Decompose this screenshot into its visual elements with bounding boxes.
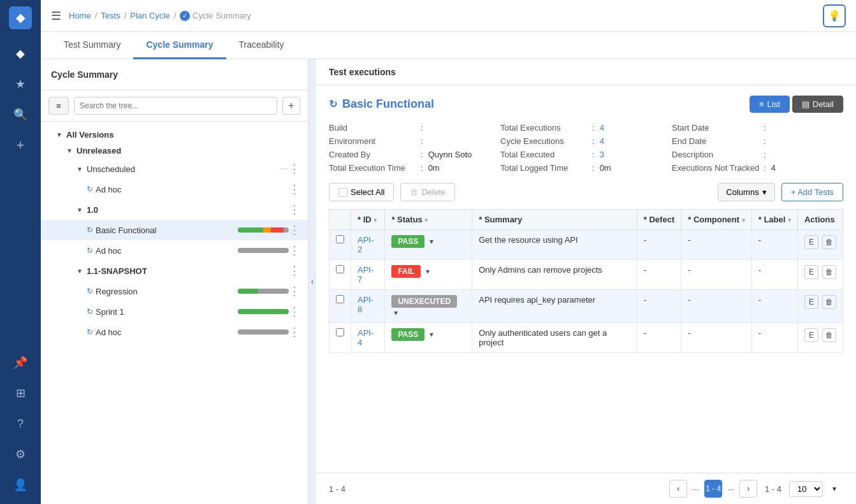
tab-traceability[interactable]: Traceability xyxy=(226,32,297,59)
breadcrumb-tests[interactable]: Tests xyxy=(101,11,120,20)
delete-row-icon[interactable]: 🗑 xyxy=(822,235,836,249)
nav-help-icon[interactable]: ? xyxy=(8,411,33,436)
nav-home-icon[interactable]: ◆ xyxy=(8,41,33,66)
select-all-button[interactable]: Select All xyxy=(329,183,394,201)
regression-menu-icon[interactable]: ⋮ xyxy=(289,284,300,298)
exec-not-tracked-label: Executions Not Tracked xyxy=(672,163,761,173)
test-executions-header: Test executions xyxy=(316,59,856,85)
detail-view-button[interactable]: ▤ Detail xyxy=(792,96,843,113)
adhoc-1-menu-icon[interactable]: ⋮ xyxy=(289,182,300,196)
add-button[interactable]: + xyxy=(282,97,300,115)
row-component-cell: - xyxy=(681,323,752,353)
per-page-select[interactable]: 10 25 50 xyxy=(789,481,823,497)
col-defect[interactable]: * Defect xyxy=(637,210,681,230)
tree-unreleased[interactable]: ▼ Unreleased xyxy=(41,143,308,159)
app-logo[interactable]: ◆ xyxy=(9,6,32,29)
v11-menu-icon[interactable]: ⋮ xyxy=(289,264,300,278)
v10-menu-icon[interactable]: ⋮ xyxy=(289,203,300,217)
cycle-icon-2: ↻ xyxy=(87,226,93,234)
cycle-icon-5: ↻ xyxy=(87,307,93,316)
edit-icon[interactable]: E xyxy=(804,295,818,309)
tree-v11[interactable]: ▼ 1.1-SNAPSHOT ⋮ xyxy=(41,261,308,281)
list-view-button[interactable]: ≡ xyxy=(48,97,69,115)
tree-regression[interactable]: ↻ Regression ⋮ xyxy=(41,281,308,301)
main-tabs: Test Summary Cycle Summary Traceability xyxy=(41,32,856,59)
breadcrumb-home[interactable]: Home xyxy=(69,11,91,20)
page-prev-btn[interactable]: ‹ xyxy=(669,480,687,498)
tab-test-summary[interactable]: Test Summary xyxy=(51,32,133,59)
col-component[interactable]: * Component ▾ xyxy=(681,210,752,230)
hamburger-icon[interactable]: ☰ xyxy=(51,9,61,23)
row-checkbox[interactable] xyxy=(336,265,344,273)
edit-icon[interactable]: E xyxy=(804,235,818,249)
nav-bar: ◆ ◆ ★ 🔍 + 📌 ⊞ ? ⚙ 👤 xyxy=(0,0,41,504)
search-input[interactable] xyxy=(74,97,277,115)
page-current-btn[interactable]: 1 - 4 xyxy=(704,480,722,498)
table-row: API-7 FAIL ▾ Only Admins can remove proj… xyxy=(330,260,843,290)
api-link[interactable]: API-2 xyxy=(358,235,374,254)
bulb-button[interactable]: 💡 xyxy=(823,4,846,27)
add-tests-button[interactable]: + Add Tests xyxy=(781,183,843,201)
adhoc-3-menu-icon[interactable]: ⋮ xyxy=(289,325,300,339)
col-checkbox xyxy=(330,210,351,230)
api-link[interactable]: API-8 xyxy=(358,295,374,314)
delete-row-icon[interactable]: 🗑 xyxy=(822,265,836,279)
row-component-cell: - xyxy=(681,230,752,260)
row-checkbox[interactable] xyxy=(336,328,344,336)
delete-button[interactable]: 🗑 Delete xyxy=(400,183,455,201)
col-status[interactable]: * Status ▾ xyxy=(385,210,472,230)
meta-build: Build : xyxy=(329,123,500,133)
nav-user-icon[interactable]: 👤 xyxy=(8,472,33,498)
row-defect-cell: - xyxy=(637,290,681,323)
tree-all-versions[interactable]: ▼ All Versions xyxy=(41,127,308,143)
status-dropdown-icon[interactable]: ▾ xyxy=(394,308,398,317)
basic-functional-menu-icon[interactable]: ⋮ xyxy=(289,223,300,237)
delete-row-icon[interactable]: 🗑 xyxy=(822,328,836,342)
tab-cycle-summary[interactable]: Cycle Summary xyxy=(133,32,226,59)
nav-settings-icon[interactable]: ⚙ xyxy=(8,442,33,467)
nav-grid-icon[interactable]: ⊞ xyxy=(8,380,33,406)
row-checkbox[interactable] xyxy=(336,235,344,243)
edit-icon[interactable]: E xyxy=(804,265,818,279)
row-label-cell: - xyxy=(751,290,797,323)
sprint1-menu-icon[interactable]: ⋮ xyxy=(289,305,300,319)
adhoc-2-progress xyxy=(238,248,289,253)
collapse-panel[interactable]: ‹ xyxy=(308,59,316,504)
tree-v10[interactable]: ▼ 1.0 ⋮ xyxy=(41,199,308,220)
row-actions-cell: E 🗑 xyxy=(797,290,843,323)
col-summary[interactable]: * Summary xyxy=(472,210,637,230)
nav-star-icon[interactable]: ★ xyxy=(8,71,33,97)
col-id[interactable]: * ID ▾ xyxy=(351,210,385,230)
api-link[interactable]: API-7 xyxy=(358,265,374,284)
adhoc-3-progress xyxy=(238,329,289,335)
nav-add-icon[interactable]: + xyxy=(8,133,33,158)
tree-adhoc-1[interactable]: ↻ Ad hoc ⋮ xyxy=(41,179,308,199)
tree-arrow-icon: ▼ xyxy=(76,166,84,173)
adhoc-2-menu-icon[interactable]: ⋮ xyxy=(289,243,300,257)
status-dropdown-icon[interactable]: ▾ xyxy=(430,237,433,246)
api-link[interactable]: API-4 xyxy=(358,328,374,347)
page-next-btn[interactable]: › xyxy=(739,480,757,498)
row-checkbox[interactable] xyxy=(336,295,344,303)
edit-icon[interactable]: E xyxy=(804,328,818,342)
tree-adhoc-2[interactable]: ↻ Ad hoc ⋮ xyxy=(41,240,308,261)
cycle-icon-3: ↻ xyxy=(87,246,93,255)
tree-sprint1[interactable]: ↻ Sprint 1 ⋮ xyxy=(41,301,308,322)
nav-pin-icon[interactable]: 📌 xyxy=(8,350,33,375)
per-page-chevron[interactable]: ▾ xyxy=(825,480,843,498)
nav-search-icon[interactable]: 🔍 xyxy=(8,102,33,127)
status-dropdown-icon[interactable]: ▾ xyxy=(430,330,433,339)
row-actions-cell: E 🗑 xyxy=(797,260,843,290)
list-view-button[interactable]: ≡ List xyxy=(750,96,790,113)
delete-row-icon[interactable]: 🗑 xyxy=(822,295,836,309)
sort-icon: ▾ xyxy=(374,217,377,224)
tree-basic-functional[interactable]: ↻ Basic Functional ⋮ xyxy=(41,220,308,240)
columns-button[interactable]: Columns ▾ xyxy=(718,183,774,201)
col-label[interactable]: * Label ▾ xyxy=(751,210,797,230)
status-dropdown-icon[interactable]: ▾ xyxy=(426,267,430,276)
row-actions-cell: E 🗑 xyxy=(797,323,843,353)
tree-unscheduled[interactable]: ▼ Unscheduled ⋮ xyxy=(41,159,308,179)
breadcrumb-plan-cycle[interactable]: Plan Cycle xyxy=(130,11,170,20)
unscheduled-menu-icon[interactable]: ⋮ xyxy=(289,162,300,176)
tree-adhoc-3[interactable]: ↻ Ad hoc ⋮ xyxy=(41,322,308,342)
